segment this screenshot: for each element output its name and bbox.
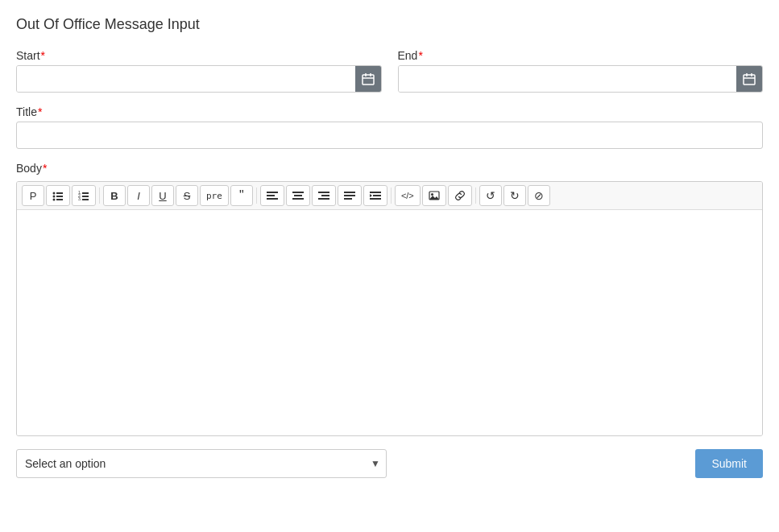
align-left-btn[interactable] xyxy=(260,185,284,206)
bold-btn[interactable]: B xyxy=(103,185,126,206)
blockquote-btn[interactable]: " xyxy=(230,185,253,206)
strikethrough-btn[interactable]: S xyxy=(176,185,198,206)
separator-1 xyxy=(99,188,100,204)
submit-button[interactable]: Submit xyxy=(695,449,763,478)
editor-toolbar: P 1. 2. 3. xyxy=(17,182,762,210)
body-label: Body* xyxy=(16,162,763,175)
svg-rect-31 xyxy=(344,198,352,200)
align-left-icon xyxy=(267,190,278,201)
separator-3 xyxy=(391,188,392,204)
separator-2 xyxy=(256,188,257,204)
svg-rect-32 xyxy=(370,192,381,193)
calendar-icon xyxy=(362,72,375,85)
body-editor: P 1. 2. 3. xyxy=(16,181,763,436)
start-label: Start* xyxy=(16,49,382,62)
svg-rect-15 xyxy=(82,192,89,194)
svg-rect-20 xyxy=(267,192,278,193)
align-center-icon xyxy=(292,190,304,201)
link-btn[interactable] xyxy=(448,185,472,206)
svg-point-10 xyxy=(53,196,56,198)
svg-rect-29 xyxy=(344,192,355,193)
svg-rect-24 xyxy=(294,195,302,196)
start-date-field xyxy=(16,65,382,93)
svg-rect-21 xyxy=(267,195,275,196)
indent-btn[interactable] xyxy=(363,185,387,206)
option-select-wrapper: Select an option ▼ xyxy=(16,449,387,478)
indent-icon xyxy=(370,190,381,201)
svg-rect-23 xyxy=(292,192,304,193)
ordered-list-icon: 1. 2. 3. xyxy=(78,190,89,201)
svg-text:3.: 3. xyxy=(78,196,81,201)
svg-rect-33 xyxy=(373,195,381,196)
svg-rect-9 xyxy=(56,192,63,194)
svg-rect-34 xyxy=(370,198,381,200)
justify-btn[interactable] xyxy=(338,185,362,206)
code-btn[interactable]: </> xyxy=(395,185,421,206)
svg-point-37 xyxy=(431,193,433,196)
option-select[interactable]: Select an option xyxy=(16,449,387,478)
underline-btn[interactable]: U xyxy=(151,185,174,206)
paragraph-btn[interactable]: P xyxy=(22,185,44,206)
end-calendar-button[interactable] xyxy=(736,66,762,92)
end-date-field xyxy=(398,65,764,93)
image-btn[interactable] xyxy=(422,185,446,206)
bullet-list-icon xyxy=(52,190,64,201)
link-icon xyxy=(454,190,466,201)
align-center-btn[interactable] xyxy=(286,185,310,206)
start-calendar-button[interactable] xyxy=(355,66,381,92)
svg-rect-11 xyxy=(56,196,63,197)
svg-rect-28 xyxy=(318,198,329,200)
svg-marker-38 xyxy=(429,196,439,200)
undo-btn[interactable]: ↺ xyxy=(479,185,502,206)
svg-rect-4 xyxy=(744,75,755,85)
title-input[interactable] xyxy=(16,122,763,149)
ordered-list-btn[interactable]: 1. 2. 3. xyxy=(72,185,96,206)
title-label: Title* xyxy=(16,105,763,118)
separator-4 xyxy=(475,188,476,204)
svg-rect-19 xyxy=(82,199,89,200)
bullet-list-btn[interactable] xyxy=(46,185,70,206)
end-date-input[interactable] xyxy=(399,66,737,92)
body-editor-content[interactable] xyxy=(17,210,762,435)
svg-point-8 xyxy=(53,192,56,195)
page-title: Out Of Office Message Input xyxy=(16,16,763,33)
svg-point-12 xyxy=(53,199,56,201)
align-right-btn[interactable] xyxy=(312,185,336,206)
end-label: End* xyxy=(398,49,764,62)
image-icon xyxy=(429,190,440,201)
clear-btn[interactable]: ⊘ xyxy=(528,185,550,206)
svg-rect-25 xyxy=(292,198,304,200)
pre-btn[interactable]: pre xyxy=(200,185,229,206)
start-date-input[interactable] xyxy=(17,66,355,92)
bottom-row: Select an option ▼ Submit xyxy=(16,449,763,478)
svg-rect-0 xyxy=(363,75,374,85)
calendar-icon xyxy=(743,72,756,85)
svg-rect-13 xyxy=(56,199,63,200)
align-right-icon xyxy=(318,190,329,201)
svg-marker-35 xyxy=(370,194,372,197)
justify-icon xyxy=(344,190,355,201)
italic-btn[interactable]: I xyxy=(127,185,150,206)
redo-btn[interactable]: ↻ xyxy=(503,185,526,206)
svg-rect-17 xyxy=(82,196,89,197)
svg-rect-27 xyxy=(321,195,329,196)
svg-rect-30 xyxy=(344,195,355,196)
svg-rect-26 xyxy=(318,192,329,193)
svg-rect-22 xyxy=(267,198,278,200)
